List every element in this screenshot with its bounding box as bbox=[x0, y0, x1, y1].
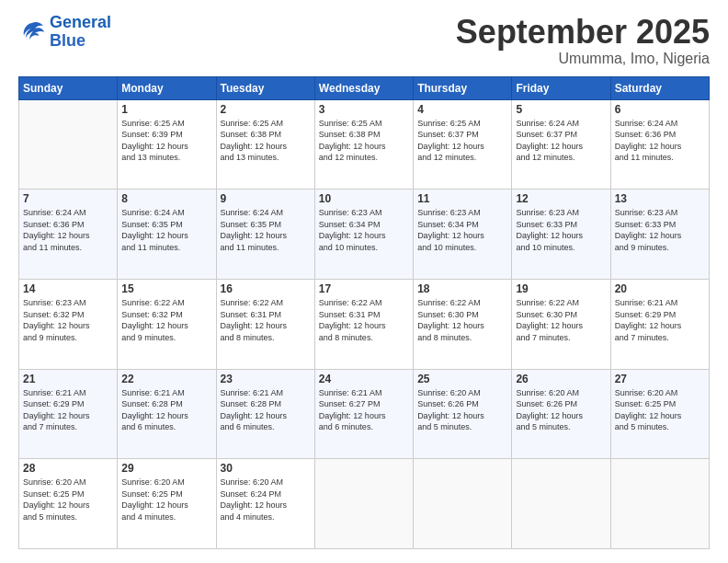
day-detail: Sunrise: 6:21 AM Sunset: 6:29 PM Dayligh… bbox=[23, 387, 113, 433]
day-detail: Sunrise: 6:25 AM Sunset: 6:38 PM Dayligh… bbox=[221, 118, 311, 164]
day-number: 16 bbox=[221, 282, 311, 295]
calendar-cell: 30Sunrise: 6:20 AM Sunset: 6:24 PM Dayli… bbox=[216, 459, 314, 549]
calendar-cell: 12Sunrise: 6:23 AM Sunset: 6:33 PM Dayli… bbox=[512, 190, 610, 280]
day-number: 29 bbox=[121, 462, 211, 475]
calendar-cell: 6Sunrise: 6:24 AM Sunset: 6:36 PM Daylig… bbox=[610, 99, 709, 190]
day-number: 15 bbox=[121, 282, 211, 295]
calendar-cell: 5Sunrise: 6:24 AM Sunset: 6:37 PM Daylig… bbox=[512, 99, 610, 190]
calendar-cell: 23Sunrise: 6:21 AM Sunset: 6:28 PM Dayli… bbox=[216, 369, 314, 459]
day-number: 9 bbox=[221, 192, 311, 205]
day-number: 11 bbox=[417, 192, 507, 205]
calendar-cell: 26Sunrise: 6:20 AM Sunset: 6:26 PM Dayli… bbox=[512, 369, 610, 459]
weekday-header-sunday: Sunday bbox=[19, 76, 118, 99]
day-detail: Sunrise: 6:21 AM Sunset: 6:27 PM Dayligh… bbox=[319, 387, 409, 433]
calendar-cell: 16Sunrise: 6:22 AM Sunset: 6:31 PM Dayli… bbox=[216, 279, 314, 369]
calendar-cell bbox=[414, 459, 512, 549]
day-detail: Sunrise: 6:20 AM Sunset: 6:25 PM Dayligh… bbox=[121, 477, 211, 523]
day-detail: Sunrise: 6:22 AM Sunset: 6:30 PM Dayligh… bbox=[516, 297, 606, 343]
weekday-header-saturday: Saturday bbox=[610, 76, 709, 99]
calendar-week-row: 1Sunrise: 6:25 AM Sunset: 6:39 PM Daylig… bbox=[19, 99, 710, 190]
calendar-header-row: SundayMondayTuesdayWednesdayThursdayFrid… bbox=[19, 76, 710, 99]
weekday-header-thursday: Thursday bbox=[414, 76, 512, 99]
day-detail: Sunrise: 6:24 AM Sunset: 6:35 PM Dayligh… bbox=[221, 207, 311, 253]
day-number: 14 bbox=[23, 282, 113, 295]
weekday-header-monday: Monday bbox=[118, 76, 216, 99]
calendar-cell: 8Sunrise: 6:24 AM Sunset: 6:35 PM Daylig… bbox=[118, 190, 216, 280]
calendar-cell: 7Sunrise: 6:24 AM Sunset: 6:36 PM Daylig… bbox=[19, 190, 118, 280]
day-detail: Sunrise: 6:24 AM Sunset: 6:36 PM Dayligh… bbox=[615, 118, 705, 164]
calendar-cell: 29Sunrise: 6:20 AM Sunset: 6:25 PM Dayli… bbox=[118, 459, 216, 549]
day-number: 10 bbox=[319, 192, 409, 205]
calendar-cell: 21Sunrise: 6:21 AM Sunset: 6:29 PM Dayli… bbox=[19, 369, 118, 459]
calendar-week-row: 21Sunrise: 6:21 AM Sunset: 6:29 PM Dayli… bbox=[19, 369, 710, 459]
title-block: September 2025 Umumma, Imo, Nigeria bbox=[456, 14, 710, 67]
day-detail: Sunrise: 6:22 AM Sunset: 6:32 PM Dayligh… bbox=[121, 297, 211, 343]
calendar-table: SundayMondayTuesdayWednesdayThursdayFrid… bbox=[18, 76, 710, 549]
day-detail: Sunrise: 6:20 AM Sunset: 6:26 PM Dayligh… bbox=[516, 387, 606, 433]
day-detail: Sunrise: 6:23 AM Sunset: 6:34 PM Dayligh… bbox=[417, 207, 507, 253]
calendar-cell: 4Sunrise: 6:25 AM Sunset: 6:37 PM Daylig… bbox=[414, 99, 512, 190]
weekday-header-friday: Friday bbox=[512, 76, 610, 99]
weekday-header-tuesday: Tuesday bbox=[216, 76, 314, 99]
day-number: 22 bbox=[121, 373, 211, 385]
calendar-week-row: 28Sunrise: 6:20 AM Sunset: 6:25 PM Dayli… bbox=[19, 459, 710, 549]
day-number: 17 bbox=[319, 282, 409, 295]
logo: General Blue bbox=[18, 14, 111, 51]
calendar-cell: 2Sunrise: 6:25 AM Sunset: 6:38 PM Daylig… bbox=[216, 99, 314, 190]
calendar-cell: 17Sunrise: 6:22 AM Sunset: 6:31 PM Dayli… bbox=[314, 279, 413, 369]
day-number: 3 bbox=[319, 103, 409, 116]
day-detail: Sunrise: 6:24 AM Sunset: 6:35 PM Dayligh… bbox=[121, 207, 211, 253]
day-number: 7 bbox=[23, 192, 113, 205]
day-number: 8 bbox=[121, 192, 211, 205]
day-number: 2 bbox=[221, 103, 311, 116]
day-detail: Sunrise: 6:23 AM Sunset: 6:33 PM Dayligh… bbox=[615, 207, 705, 253]
logo-text: General Blue bbox=[50, 14, 111, 51]
day-detail: Sunrise: 6:23 AM Sunset: 6:33 PM Dayligh… bbox=[516, 207, 606, 253]
day-detail: Sunrise: 6:22 AM Sunset: 6:30 PM Dayligh… bbox=[417, 297, 507, 343]
day-number: 1 bbox=[121, 103, 211, 116]
location-subtitle: Umumma, Imo, Nigeria bbox=[456, 51, 710, 67]
day-detail: Sunrise: 6:23 AM Sunset: 6:32 PM Dayligh… bbox=[23, 297, 113, 343]
calendar-cell: 28Sunrise: 6:20 AM Sunset: 6:25 PM Dayli… bbox=[19, 459, 118, 549]
day-detail: Sunrise: 6:25 AM Sunset: 6:37 PM Dayligh… bbox=[417, 118, 507, 164]
day-number: 13 bbox=[615, 192, 705, 205]
day-number: 23 bbox=[221, 373, 311, 385]
calendar-cell bbox=[314, 459, 413, 549]
day-number: 28 bbox=[23, 462, 113, 475]
day-number: 26 bbox=[516, 373, 606, 385]
day-detail: Sunrise: 6:20 AM Sunset: 6:25 PM Dayligh… bbox=[615, 387, 705, 433]
day-number: 30 bbox=[221, 462, 311, 475]
calendar-cell: 9Sunrise: 6:24 AM Sunset: 6:35 PM Daylig… bbox=[216, 190, 314, 280]
calendar-cell: 20Sunrise: 6:21 AM Sunset: 6:29 PM Dayli… bbox=[610, 279, 709, 369]
day-detail: Sunrise: 6:22 AM Sunset: 6:31 PM Dayligh… bbox=[221, 297, 311, 343]
day-detail: Sunrise: 6:20 AM Sunset: 6:24 PM Dayligh… bbox=[221, 477, 311, 523]
day-detail: Sunrise: 6:22 AM Sunset: 6:31 PM Dayligh… bbox=[319, 297, 409, 343]
calendar-cell: 10Sunrise: 6:23 AM Sunset: 6:34 PM Dayli… bbox=[314, 190, 413, 280]
calendar-cell: 11Sunrise: 6:23 AM Sunset: 6:34 PM Dayli… bbox=[414, 190, 512, 280]
calendar-cell: 13Sunrise: 6:23 AM Sunset: 6:33 PM Dayli… bbox=[610, 190, 709, 280]
day-number: 21 bbox=[23, 373, 113, 385]
weekday-header-wednesday: Wednesday bbox=[314, 76, 413, 99]
day-number: 5 bbox=[516, 103, 606, 116]
day-detail: Sunrise: 6:21 AM Sunset: 6:28 PM Dayligh… bbox=[121, 387, 211, 433]
calendar-cell: 24Sunrise: 6:21 AM Sunset: 6:27 PM Dayli… bbox=[314, 369, 413, 459]
calendar-cell: 27Sunrise: 6:20 AM Sunset: 6:25 PM Dayli… bbox=[610, 369, 709, 459]
calendar-week-row: 14Sunrise: 6:23 AM Sunset: 6:32 PM Dayli… bbox=[19, 279, 710, 369]
day-number: 20 bbox=[615, 282, 705, 295]
calendar-cell: 14Sunrise: 6:23 AM Sunset: 6:32 PM Dayli… bbox=[19, 279, 118, 369]
page: General Blue September 2025 Umumma, Imo,… bbox=[0, 0, 728, 563]
day-number: 6 bbox=[615, 103, 705, 116]
day-detail: Sunrise: 6:20 AM Sunset: 6:26 PM Dayligh… bbox=[417, 387, 507, 433]
day-number: 12 bbox=[516, 192, 606, 205]
calendar-cell: 25Sunrise: 6:20 AM Sunset: 6:26 PM Dayli… bbox=[414, 369, 512, 459]
calendar-cell bbox=[512, 459, 610, 549]
day-number: 24 bbox=[319, 373, 409, 385]
day-number: 25 bbox=[417, 373, 507, 385]
day-number: 18 bbox=[417, 282, 507, 295]
day-number: 19 bbox=[516, 282, 606, 295]
calendar-cell: 1Sunrise: 6:25 AM Sunset: 6:39 PM Daylig… bbox=[118, 99, 216, 190]
calendar-cell: 3Sunrise: 6:25 AM Sunset: 6:38 PM Daylig… bbox=[314, 99, 413, 190]
day-detail: Sunrise: 6:24 AM Sunset: 6:36 PM Dayligh… bbox=[23, 207, 113, 253]
day-detail: Sunrise: 6:21 AM Sunset: 6:29 PM Dayligh… bbox=[615, 297, 705, 343]
header: General Blue September 2025 Umumma, Imo,… bbox=[18, 14, 710, 67]
